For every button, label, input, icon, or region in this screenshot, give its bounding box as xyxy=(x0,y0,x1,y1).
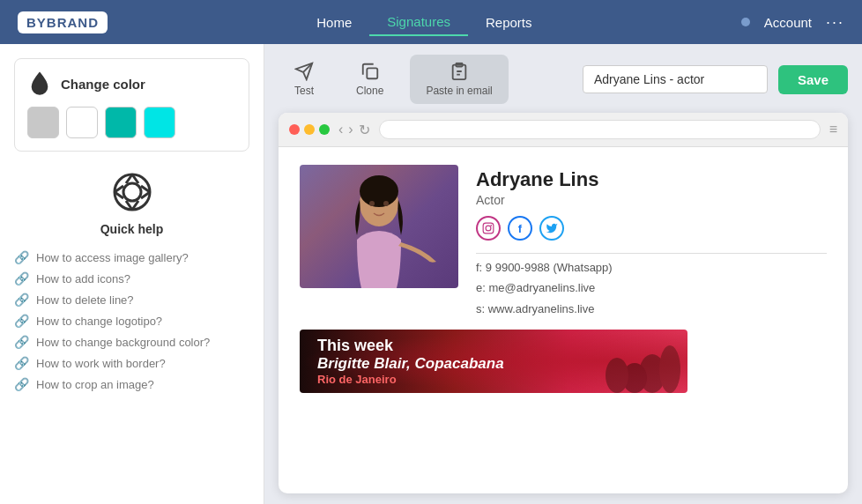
banner-line1: This week xyxy=(317,337,504,355)
signature-banner: This week Brigitte Blair, Copacabana Rio… xyxy=(300,330,687,393)
browser-window: ‹ › ↻ ≡ xyxy=(279,113,848,493)
browser-chrome: ‹ › ↻ ≡ xyxy=(279,113,848,147)
help-link-1[interactable]: 🔗 How to add icons? xyxy=(14,268,249,289)
signature-name: Adryane Lins xyxy=(476,168,827,191)
help-link-2[interactable]: 🔗 How to delete line? xyxy=(14,289,249,310)
link-icon-1: 🔗 xyxy=(14,271,29,285)
link-icon-5: 🔗 xyxy=(14,356,29,370)
test-icon xyxy=(294,62,314,81)
nav-reports[interactable]: Reports xyxy=(468,10,550,35)
instagram-icon[interactable] xyxy=(476,216,501,241)
link-icon-6: 🔗 xyxy=(14,377,29,391)
svg-rect-17 xyxy=(483,223,494,233)
browser-forward-button[interactable]: › xyxy=(348,122,353,138)
clone-icon xyxy=(360,62,380,81)
help-link-3[interactable]: 🔗 How to change logotipo? xyxy=(14,310,249,331)
browser-minimize-dot[interactable] xyxy=(304,124,315,135)
facebook-icon[interactable]: f xyxy=(508,216,532,241)
banner-text: This week Brigitte Blair, Copacabana Rio… xyxy=(317,337,504,386)
right-panel: Test Clone Paste in email Save xyxy=(264,44,862,504)
person-photo-svg xyxy=(300,165,458,288)
droplet-icon xyxy=(27,71,52,96)
svg-point-0 xyxy=(115,174,150,210)
signature-info: Adryane Lins Actor f xyxy=(476,165,827,319)
sig-divider xyxy=(476,253,827,254)
nav-signatures[interactable]: Signatures xyxy=(369,9,468,36)
lifebuoy-icon-wrapper xyxy=(109,169,155,215)
change-color-section: Change color xyxy=(14,58,249,152)
nav-right: Account ··· xyxy=(741,13,844,32)
banner-line2: Brigitte Blair, Copacabana xyxy=(317,355,504,373)
logo[interactable]: BYBRAND xyxy=(18,11,108,33)
change-color-title: Change color xyxy=(61,77,145,92)
svg-rect-10 xyxy=(367,68,377,78)
swatch-gray[interactable] xyxy=(27,107,59,138)
banner-bg-svg xyxy=(511,330,687,393)
twitter-icon[interactable] xyxy=(539,216,564,241)
signature-name-input[interactable] xyxy=(583,65,768,93)
lifebuoy-icon xyxy=(111,171,153,213)
svg-point-18 xyxy=(486,226,491,231)
paste-icon xyxy=(450,62,469,81)
help-link-6[interactable]: 🔗 How to crop an image? xyxy=(14,374,249,395)
browser-reload-button[interactable]: ↻ xyxy=(359,122,370,138)
signature-photo xyxy=(300,165,458,288)
save-button[interactable]: Save xyxy=(778,65,848,94)
top-navigation: BYBRAND Home Signatures Reports Account … xyxy=(0,0,862,44)
sig-phone: f: 9 9900-9988 (Whatsapp) xyxy=(476,257,827,278)
svg-point-1 xyxy=(123,183,141,201)
nav-links: Home Signatures Reports xyxy=(134,9,715,36)
browser-url-bar[interactable] xyxy=(379,120,821,139)
browser-back-button[interactable]: ‹ xyxy=(338,122,343,138)
svg-point-15 xyxy=(369,201,375,206)
color-swatches xyxy=(27,107,236,138)
browser-nav-buttons: ‹ › ↻ xyxy=(338,122,370,138)
svg-point-19 xyxy=(490,225,492,226)
browser-menu-icon[interactable]: ≡ xyxy=(829,122,837,137)
browser-close-dot[interactable] xyxy=(289,124,300,135)
signature-social: f xyxy=(476,216,827,241)
account-link[interactable]: Account xyxy=(764,15,812,30)
quick-help-title: Quick help xyxy=(14,222,249,236)
help-link-5[interactable]: 🔗 How to work with border? xyxy=(14,352,249,374)
signature-contact: f: 9 9900-9988 (Whatsapp) e: me@adryanel… xyxy=(476,257,827,319)
swatch-teal[interactable] xyxy=(105,107,137,138)
svg-point-16 xyxy=(383,201,389,206)
help-links: 🔗 How to access image gallery? 🔗 How to … xyxy=(14,247,249,395)
link-icon-0: 🔗 xyxy=(14,250,29,264)
browser-maximize-dot[interactable] xyxy=(319,124,330,135)
signature-top: Adryane Lins Actor f xyxy=(300,165,827,319)
signature-job-title: Actor xyxy=(476,193,827,207)
status-dot xyxy=(741,18,750,26)
link-icon-2: 🔗 xyxy=(14,293,29,307)
main-layout: Change color ⊕ xyxy=(0,44,862,504)
sig-site: s: www.adryanelins.live xyxy=(476,299,827,319)
svg-point-14 xyxy=(360,175,398,207)
left-panel: Change color ⊕ xyxy=(0,44,264,504)
toolbar: Test Clone Paste in email Save xyxy=(279,55,848,104)
svg-point-24 xyxy=(606,358,628,393)
link-icon-3: 🔗 xyxy=(14,314,29,328)
more-menu-button[interactable]: ··· xyxy=(826,13,844,32)
sig-email: e: me@adryanelins.live xyxy=(476,278,827,298)
link-icon-4: 🔗 xyxy=(14,335,29,349)
signature-content: Adryane Lins Actor f xyxy=(279,147,848,411)
clone-button[interactable]: Clone xyxy=(340,55,399,104)
svg-point-22 xyxy=(659,345,680,393)
nav-home[interactable]: Home xyxy=(299,10,369,35)
help-link-0[interactable]: 🔗 How to access image gallery? xyxy=(14,247,249,268)
quick-help-section: ⊕ Quick help xyxy=(14,169,249,395)
browser-dots xyxy=(289,124,330,135)
change-color-header: Change color xyxy=(27,71,236,96)
paste-button[interactable]: Paste in email xyxy=(410,55,508,104)
swatch-cyan[interactable] xyxy=(144,107,175,138)
test-button[interactable]: Test xyxy=(279,55,330,104)
swatch-white[interactable] xyxy=(66,107,98,138)
banner-line3: Rio de Janeiro xyxy=(317,373,504,386)
help-link-4[interactable]: 🔗 How to change background color? xyxy=(14,331,249,352)
